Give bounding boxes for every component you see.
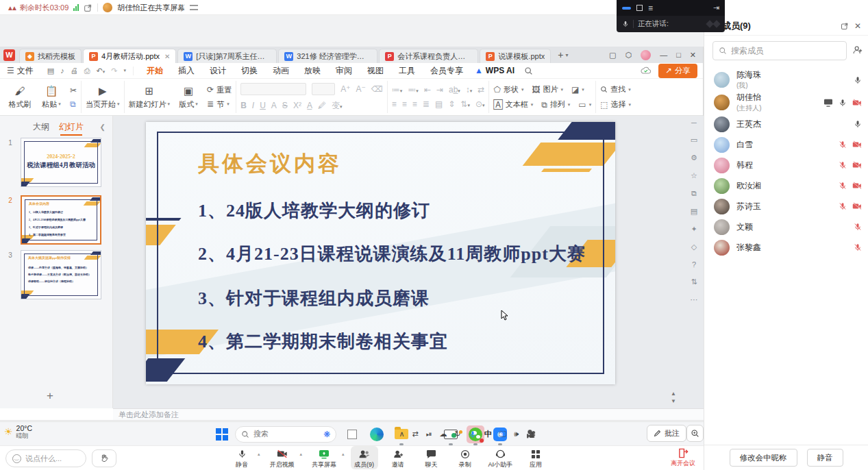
skin-icon[interactable]: ⬡ (625, 51, 632, 60)
tab-active-document[interactable]: P4月教研活动.pptx✕ (83, 49, 176, 63)
invite-button[interactable]: 邀请 (384, 446, 412, 469)
member-row[interactable]: 白雪 (704, 134, 868, 155)
clear-format-icon[interactable]: ⌫ (371, 84, 383, 94)
mic-on-icon[interactable] (854, 75, 862, 85)
tab-slides[interactable]: 幻灯片 (59, 121, 84, 133)
member-search-box[interactable] (712, 41, 847, 60)
camera-off-icon[interactable] (852, 99, 862, 107)
camera-off-icon[interactable] (852, 202, 862, 210)
wps-close-button[interactable]: ✕ (690, 51, 696, 60)
reset-slide-button[interactable]: ⟳重置 (207, 85, 232, 95)
shapes-button[interactable]: ⬠形状▾ (493, 84, 523, 95)
share-options-caret[interactable]: ▴ (342, 452, 345, 457)
slide-thumbnail-2[interactable]: 2 具体会议内容 1、24版人培教学大纲的修订 2、4月21-23日课程说课演练… (0, 195, 113, 245)
taskbar-search[interactable]: 搜索 ❋ (235, 426, 336, 443)
distribute-icon[interactable]: ▤ (435, 99, 443, 109)
mute-button[interactable]: 静音 (228, 446, 256, 469)
chart-pane-icon[interactable]: ▤ (691, 207, 697, 216)
close-panel-icon[interactable]: ✕ (854, 21, 861, 31)
paste-button[interactable]: 📋粘贴▾ (38, 85, 64, 110)
tab-docer[interactable]: ◆找稻壳模板 (19, 49, 82, 63)
file-menu[interactable]: ☰文件 (0, 65, 40, 77)
wps-ai-button[interactable]: ▲WPS AI (475, 66, 514, 75)
chat-button[interactable]: 聊天 (418, 446, 445, 469)
ime-indicator[interactable]: 中 (484, 429, 492, 439)
tab-ppt-template[interactable]: P说课模板.pptx (480, 49, 551, 63)
underline-icon[interactable]: U (260, 101, 266, 110)
magnifier-button[interactable] (686, 425, 704, 442)
font-color-icon[interactable]: A̲ (307, 101, 312, 110)
vertical-align-icon[interactable]: ⇅▾ (460, 99, 470, 109)
settings-sliders-icon[interactable]: ⇄ (412, 430, 418, 438)
menu-animation[interactable]: 动画 (265, 63, 297, 79)
number-list-icon[interactable]: ≕▾ (408, 85, 419, 95)
menu-slideshow[interactable]: 放映 (297, 63, 328, 79)
preview-icon[interactable]: ⎙ (84, 66, 90, 75)
effects-icon[interactable]: ✦ (691, 225, 697, 234)
rename-button[interactable]: 修改会中昵称 (730, 449, 797, 467)
current-slide[interactable]: 具体会议内容 1、24版人培教学大纲的修订 2、4月21-23日课程说课演练及1… (146, 122, 615, 384)
help-icon[interactable]: ? (692, 260, 696, 269)
popup-menu-icon[interactable]: ≡ (648, 4, 653, 12)
collapse-panel-icon[interactable]: ❮ (100, 123, 106, 131)
tray-mic-icon[interactable] (469, 430, 477, 439)
superscript-icon[interactable]: X² (293, 101, 301, 110)
bullet-list-icon[interactable]: ≔▾ (392, 85, 403, 95)
tab-word-2[interactable]: W321修 经济管理学院课程考核 (278, 49, 377, 63)
increase-font-icon[interactable]: A⁺ (340, 84, 350, 94)
record-button[interactable]: 录制 (451, 446, 479, 469)
find-button[interactable]: 查找▾ (600, 84, 631, 95)
slide-bullet-1[interactable]: 1、24版人培教学大纲的修订 (198, 199, 430, 223)
hidden-icons-caret[interactable]: ∧ (399, 430, 404, 438)
apps-button[interactable]: 应用 (522, 446, 549, 469)
clipart-icon[interactable]: ◇ (691, 243, 697, 251)
task-view-button[interactable] (343, 425, 361, 443)
tab-list-caret-icon[interactable]: ▾ (565, 52, 568, 58)
decrease-indent-icon[interactable]: ⇤ (424, 85, 431, 95)
new-slide-button[interactable]: ⊞新建幻灯片▾ (129, 85, 171, 110)
justify-icon[interactable]: ≣ (423, 99, 430, 109)
cut-icon[interactable]: ✂ (70, 86, 77, 95)
save-icon[interactable]: ▤ (47, 66, 54, 75)
ai-assistant-button[interactable]: AI小助手 (485, 446, 517, 469)
text-direction-icon[interactable]: ab̲▾ (449, 85, 460, 95)
mic-options-caret[interactable]: ▴ (258, 452, 260, 457)
picture-button[interactable]: 🖼图片▾ (532, 84, 563, 95)
shadow-icon[interactable]: A (271, 101, 277, 110)
phonetic-icon[interactable]: 变▾ (332, 100, 343, 112)
tab-pdf[interactable]: P会计系课程负责人信息一览 (379, 49, 478, 63)
share-screen-button[interactable]: 共享屏幕 (308, 446, 340, 469)
cloud-icon[interactable]: ☁ (440, 430, 447, 438)
wps-logo-icon[interactable]: W (3, 49, 15, 61)
menu-review[interactable]: 审阅 (328, 63, 360, 79)
mic-muted-icon[interactable] (854, 222, 862, 232)
slide-thumbnail-1[interactable]: 1 2024-2025-2 税法课程组4月教研活动 (0, 138, 113, 187)
slide-bullet-2[interactable]: 2、4月21-23日课程说课演练及11周教师ppt大赛 (198, 242, 586, 266)
italic-icon[interactable]: I (252, 101, 254, 110)
volume-icon[interactable]: 🕪 (514, 430, 519, 438)
menu-view[interactable]: 视图 (360, 63, 391, 79)
text-effects-icon[interactable]: ⊙▾ (475, 99, 485, 109)
select-button[interactable]: ⬚选择▾ (600, 99, 631, 110)
switch-icon[interactable]: ⇅ (691, 277, 697, 286)
print-icon[interactable]: 🖨 (71, 66, 78, 75)
popup-dock-icon[interactable]: ⇥ (713, 3, 719, 12)
close-tab-icon[interactable]: ✕ (164, 53, 170, 60)
redo-icon[interactable]: ↷ (111, 66, 117, 75)
sync-icon[interactable]: ↻ (455, 430, 461, 438)
copy-icon[interactable]: ⧉ (70, 99, 77, 109)
tab-word-1[interactable]: W[只读]第7周系主任及课程组长 (177, 49, 277, 63)
mute-self-button[interactable]: 静音 (807, 449, 843, 467)
properties-icon[interactable]: ▭ (691, 136, 697, 145)
mic-muted-icon[interactable] (839, 160, 847, 170)
members-button[interactable]: 成员(9) (351, 446, 378, 469)
account-avatar[interactable] (641, 50, 651, 60)
media-icon[interactable]: ⏯ (426, 430, 432, 438)
popout-icon[interactable] (84, 3, 92, 12)
member-row[interactable]: 欧汝湘 (704, 175, 868, 196)
notes-bar[interactable]: 单击此处添加备注 (113, 408, 704, 420)
mic-on-icon[interactable] (839, 98, 847, 108)
mic-muted-icon[interactable] (839, 201, 847, 211)
mic-muted-icon[interactable] (854, 243, 862, 252)
highlight-icon[interactable]: 🖉 (318, 101, 326, 110)
